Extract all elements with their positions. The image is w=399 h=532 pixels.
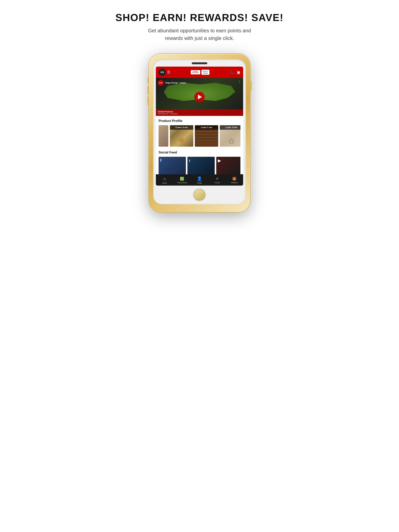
menu-icon[interactable]: ☰: [167, 70, 170, 74]
nav-item-home[interactable]: ⌂ Home: [156, 174, 174, 186]
social-card-twitter[interactable]: t: [187, 157, 215, 174]
nav-item-transactions[interactable]: 💹 Transactions: [174, 174, 191, 186]
phone-side-btn-right: [250, 81, 252, 91]
call-icon[interactable]: 📞: [230, 70, 235, 75]
home-label: Home: [162, 182, 167, 184]
redeem-label: Redeem: [231, 182, 238, 184]
profile-icon: 👤: [197, 176, 202, 181]
nav-item-profile[interactable]: 👤 Profile: [191, 174, 208, 186]
page-title: SHOP! EARN! REWARDS! SAVE!: [116, 12, 284, 23]
bottom-nav: ⌂ Home 💹 Transactions 👤 Profile ↗ V-Card…: [156, 174, 243, 186]
scan-icon[interactable]: ▣: [237, 70, 240, 75]
video-channel-info: VIRGO Virgo Group : corpo...: [158, 80, 187, 86]
phone-screen: PS ☰ VIRGO GROUP Paytm m'loyal 📞: [156, 67, 243, 186]
app-header-right: 📞 ▣: [230, 70, 240, 75]
paytm-badge: Paytm m'loyal: [201, 70, 209, 75]
phone-inner: PS ☰ VIRGO GROUP Paytm m'loyal 📞: [153, 59, 246, 204]
video-title-text: Virgo Group : corpo...: [165, 82, 187, 84]
product-card-1-label: Looks 1 mm: [195, 125, 218, 130]
phone-shell: PS ☰ VIRGO GROUP Paytm m'loyal 📞: [149, 54, 250, 212]
profile-label: Profile: [197, 182, 202, 184]
product-card-1-bg: Looks 1 mm: [195, 125, 218, 147]
phone-side-btn-left3: [147, 97, 149, 105]
product-section-title: Product Profile: [159, 119, 240, 123]
app-header-center: VIRGO GROUP Paytm m'loyal: [191, 70, 209, 75]
product-card-2-label: Looks .8 mm: [220, 125, 240, 130]
social-card-facebook[interactable]: f: [159, 157, 186, 174]
product-card-0-bg: Croma .8 mm: [170, 125, 193, 147]
facebook-icon: f: [160, 158, 161, 163]
youtube-icon: ▶: [218, 158, 221, 163]
social-scroll: f t ▶: [159, 157, 240, 174]
video-caption: Global Presence More than 60 + Countries: [156, 109, 243, 116]
video-thumbnail[interactable]: VIRGO Virgo Group : corpo... ⋮ Global Pr…: [156, 78, 243, 116]
video-more-icon[interactable]: ⋮: [238, 80, 241, 83]
redeem-icon: 🎁: [232, 177, 237, 181]
phone-home-button[interactable]: [194, 189, 205, 200]
transactions-icon: 💹: [180, 177, 184, 181]
product-scroll: Croma .8 mm Looks 1 mm Looks .8 mm: [159, 125, 240, 147]
phone-side-btn-left1: [147, 77, 149, 83]
product-card-partial[interactable]: [159, 125, 168, 147]
video-caption-line2: More than 60 + Countries: [158, 113, 241, 115]
ps-logo-text: PS: [161, 71, 164, 74]
page-subtitle: Get abundant opportunities to earn point…: [141, 27, 258, 42]
social-section-title: Social Feed: [159, 151, 240, 154]
product-card-2[interactable]: Looks .8 mm: [220, 125, 240, 147]
app-header-left: PS ☰: [159, 69, 170, 76]
twitter-icon: t: [189, 158, 190, 163]
product-card-0[interactable]: Croma .8 mm: [170, 125, 193, 147]
nav-item-vcard[interactable]: ↗ V-Card: [208, 174, 226, 186]
video-logo: VIRGO: [158, 80, 164, 86]
product-card-0-label: Croma .8 mm: [170, 125, 193, 130]
product-card-2-bg: Looks .8 mm: [220, 125, 240, 147]
social-card-youtube[interactable]: ▶: [216, 157, 240, 174]
vcard-icon: ↗: [215, 177, 219, 181]
product-card-1[interactable]: Looks 1 mm: [195, 125, 218, 147]
vcard-label: V-Card: [214, 182, 220, 184]
virgo-badge: VIRGO GROUP: [191, 70, 200, 74]
play-button[interactable]: [194, 92, 205, 102]
phone-side-btn-left2: [147, 86, 149, 95]
play-triangle: [198, 95, 202, 99]
transactions-label: Transactions: [177, 182, 187, 184]
nav-item-redeem[interactable]: 🎁 Redeem: [225, 174, 243, 186]
video-caption-line1: Global Presence: [158, 111, 241, 113]
app-header: PS ☰ VIRGO GROUP Paytm m'loyal 📞: [156, 67, 243, 78]
phone-earpiece: [192, 62, 207, 64]
ps-logo: PS: [159, 69, 166, 76]
content-area: Product Profile Croma .8 mm Looks 1 mm: [156, 116, 243, 174]
home-icon: ⌂: [163, 176, 166, 181]
